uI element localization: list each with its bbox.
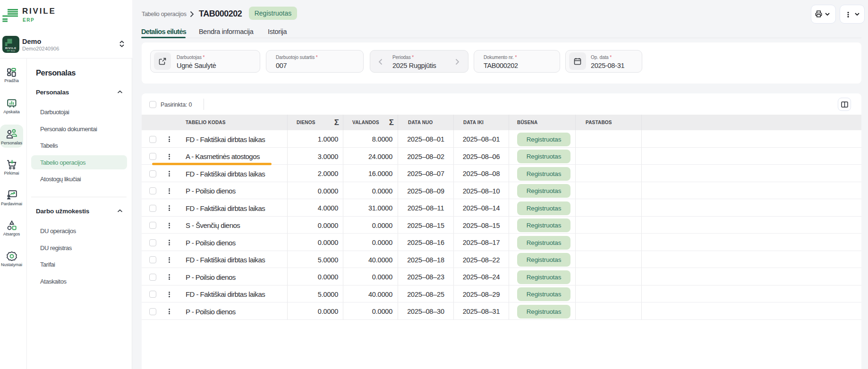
- svg-text:RIVILE: RIVILE: [5, 47, 17, 50]
- svg-text:ERP: ERP: [7, 50, 10, 52]
- svg-text:Demo: Demo: [11, 50, 15, 52]
